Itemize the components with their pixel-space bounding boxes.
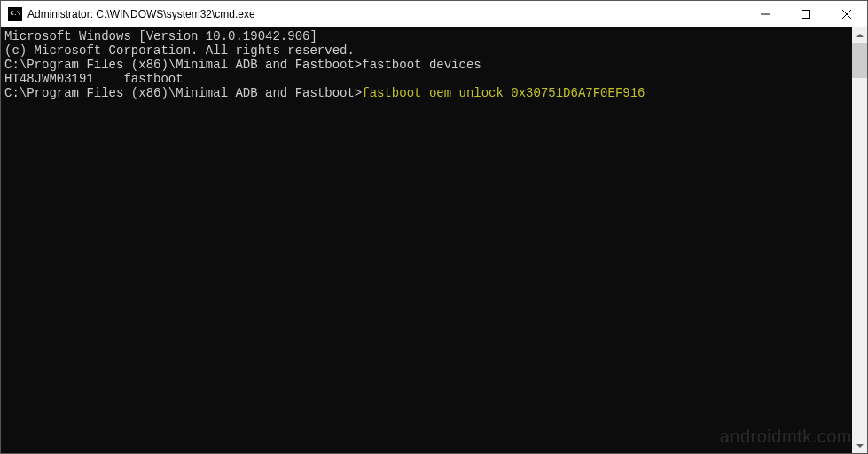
prompt-2: C:\Program Files (x86)\Minimal ADB and F…	[4, 86, 362, 100]
prompt-line-1: C:\Program Files (x86)\Minimal ADB and F…	[4, 58, 848, 72]
scrollbar-thumb[interactable]	[852, 43, 867, 78]
prompt-line-2: C:\Program Files (x86)\Minimal ADB and F…	[4, 86, 848, 100]
version-line: Microsoft Windows [Version 10.0.19042.90…	[4, 29, 848, 43]
minimize-button[interactable]	[745, 1, 786, 27]
maximize-icon	[802, 10, 810, 19]
titlebar[interactable]: C:\ Administrator: C:\WINDOWS\system32\c…	[1, 1, 867, 27]
window-controls	[745, 1, 867, 27]
scroll-down-button[interactable]	[852, 438, 867, 453]
copyright-line: (c) Microsoft Corporation. All rights re…	[4, 43, 848, 58]
prompt-1: C:\Program Files (x86)\Minimal ADB and F…	[4, 58, 362, 72]
svg-marker-5	[856, 444, 864, 448]
minimize-icon	[761, 10, 770, 19]
scrollbar-track[interactable]	[852, 43, 867, 438]
terminal-output[interactable]: Microsoft Windows [Version 10.0.19042.90…	[1, 27, 852, 453]
vertical-scrollbar[interactable]	[852, 27, 867, 453]
window-title: Administrator: C:\WINDOWS\system32\cmd.e…	[27, 8, 745, 20]
scroll-up-button[interactable]	[852, 27, 867, 43]
maximize-button[interactable]	[786, 1, 826, 27]
cmd-icon-label: C:\	[10, 11, 20, 17]
cmd-icon: C:\	[8, 7, 22, 21]
svg-marker-4	[856, 34, 864, 37]
svg-rect-1	[802, 10, 810, 18]
close-button[interactable]	[826, 1, 867, 27]
command-2: fastboot oem unlock 0x30751D6A7F0EF916	[362, 86, 645, 100]
cmd-window: C:\ Administrator: C:\WINDOWS\system32\c…	[0, 0, 868, 454]
chevron-up-icon	[856, 34, 864, 37]
terminal-area: Microsoft Windows [Version 10.0.19042.90…	[1, 27, 867, 453]
chevron-down-icon	[856, 444, 864, 448]
command-1: fastboot devices	[362, 58, 481, 72]
device-output: HT48JWM03191 fastboot	[4, 72, 848, 86]
close-icon	[842, 10, 851, 19]
